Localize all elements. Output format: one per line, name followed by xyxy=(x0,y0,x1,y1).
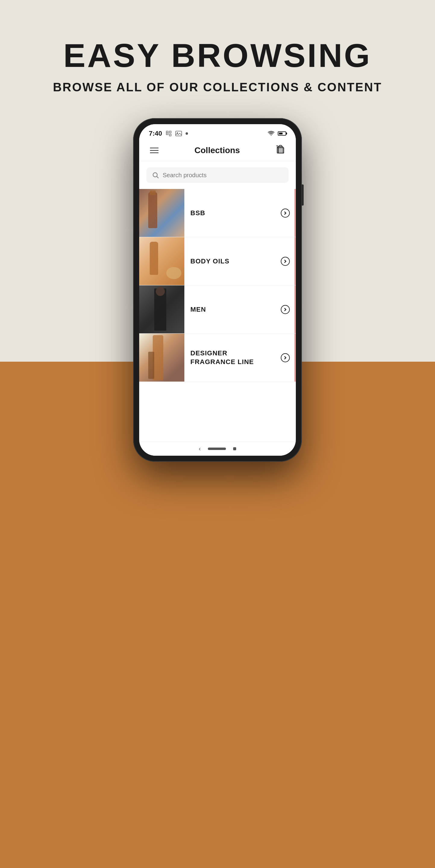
back-button[interactable]: ‹ xyxy=(199,445,201,452)
collection-arrow-designer[interactable] xyxy=(281,353,290,362)
phone-volume-button xyxy=(302,184,304,206)
accent-bar-designer xyxy=(294,334,296,381)
status-bar: 7:40 xyxy=(139,124,296,140)
phone-home-indicator-area: ‹ xyxy=(139,441,296,456)
battery-icon xyxy=(278,131,286,135)
home-button[interactable] xyxy=(208,447,226,450)
hero-section: EASY BROWSING BROWSE ALL OF OUR COLLECTI… xyxy=(0,0,435,94)
recents-button[interactable] xyxy=(233,447,236,450)
list-item[interactable]: BSB xyxy=(139,189,296,237)
status-dot xyxy=(186,132,188,135)
cart-button[interactable] xyxy=(275,144,286,157)
collection-label-men: MEN xyxy=(190,306,206,313)
svg-rect-1 xyxy=(169,131,171,133)
status-image-icon xyxy=(175,131,182,136)
chevron-right-icon xyxy=(283,259,287,263)
svg-line-12 xyxy=(157,177,159,179)
collection-image-bsb xyxy=(139,189,185,237)
collection-image-men xyxy=(139,285,185,333)
list-item[interactable]: BODY OILS xyxy=(139,237,296,285)
collection-arrow-bsb[interactable] xyxy=(281,209,290,218)
svg-point-11 xyxy=(153,173,157,177)
status-slack-icon xyxy=(166,130,172,136)
phone-mockup: 7:40 xyxy=(133,118,302,462)
chevron-right-icon xyxy=(283,356,287,360)
collection-arrow-body-oils[interactable] xyxy=(281,257,290,266)
search-input[interactable] xyxy=(163,172,283,179)
chevron-right-icon xyxy=(283,308,287,311)
accent-bar-bsb xyxy=(294,189,296,237)
list-item[interactable]: MEN xyxy=(139,285,296,334)
collection-label-bsb: BSB xyxy=(190,209,205,217)
wifi-icon xyxy=(268,131,275,136)
search-icon xyxy=(152,172,159,179)
hero-title: EASY BROWSING xyxy=(0,36,435,74)
cart-icon xyxy=(275,144,286,156)
search-bar[interactable] xyxy=(146,167,289,183)
collection-label-designer: DESIGNER FRAGRANCE LINE xyxy=(190,349,254,366)
collection-label-designer-line1: DESIGNER xyxy=(190,349,254,358)
phone-screen: 7:40 xyxy=(139,124,296,456)
list-item[interactable]: DESIGNER FRAGRANCE LINE xyxy=(139,334,296,382)
svg-rect-2 xyxy=(169,134,171,136)
svg-rect-4 xyxy=(176,131,182,136)
accent-bar-men xyxy=(294,285,296,333)
svg-rect-0 xyxy=(166,133,168,135)
collection-label-body-oils: BODY OILS xyxy=(190,257,230,265)
collection-arrow-men[interactable] xyxy=(281,305,290,314)
accent-bar-body-oils xyxy=(294,237,296,285)
phone-shell: 7:40 xyxy=(133,118,302,462)
chevron-right-icon xyxy=(283,211,287,215)
hamburger-menu-button[interactable] xyxy=(149,147,160,154)
collection-image-designer xyxy=(139,334,185,381)
hero-subtitle: BROWSE ALL OF OUR COLLECTIONS & CONTENT xyxy=(0,81,435,94)
app-title: Collections xyxy=(195,146,240,155)
app-header: Collections xyxy=(139,140,296,161)
collection-label-designer-line2: FRAGRANCE LINE xyxy=(190,358,254,367)
collection-list: BSB xyxy=(139,189,296,441)
svg-rect-3 xyxy=(166,131,168,133)
status-time: 7:40 xyxy=(149,130,162,137)
collection-image-body-oils xyxy=(139,237,185,285)
